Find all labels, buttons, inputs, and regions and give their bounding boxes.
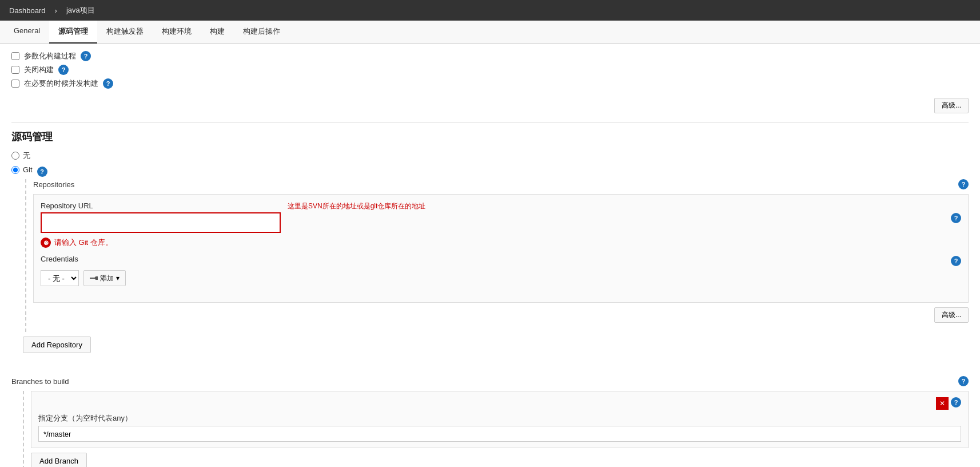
radio-git-row: Git <box>11 165 33 174</box>
add-repository-button[interactable]: Add Repository <box>23 337 91 353</box>
checkbox-concurrent[interactable] <box>11 80 19 88</box>
advanced-btn-row: 高级... <box>11 98 969 113</box>
help-icon-repositories[interactable]: ? <box>958 179 969 189</box>
breadcrumb-separator: › <box>55 6 57 15</box>
help-icon-parameterize[interactable]: ? <box>81 51 91 61</box>
add-branch-button[interactable]: Add Branch <box>31 453 87 467</box>
branch-block: ✕ ? 指定分支（为空时代表any） <box>31 391 969 448</box>
radio-none-label: 无 <box>23 151 30 161</box>
checkbox-disable[interactable] <box>11 66 19 74</box>
checkbox-parameterize-label: 参数化构建过程 <box>24 51 76 61</box>
radio-git-label: Git <box>23 165 33 174</box>
help-icon-repo-url[interactable]: ? <box>951 213 961 223</box>
section-title-source: 源码管理 <box>11 130 969 144</box>
credentials-row: - 无 - 添加 ▾ <box>41 270 961 286</box>
credentials-label: Credentials <box>41 255 78 263</box>
checkbox-disable-label: 关闭构建 <box>24 65 54 75</box>
key-icon <box>90 275 98 281</box>
error-message-text: 请输入 Git 仓库。 <box>54 238 113 248</box>
dashboard-link[interactable]: Dashboard <box>9 6 46 15</box>
help-icon-concurrent[interactable]: ? <box>103 78 113 89</box>
repo-url-row: Repository URL 这里是SVN所在的地址或是git仓库所在的地址 ? <box>41 201 961 233</box>
help-icon-disable[interactable]: ? <box>58 65 69 75</box>
repo-url-input[interactable] <box>41 212 281 233</box>
advanced-btn-row-2: 高级... <box>33 307 969 323</box>
error-message-row: ⊗ 请输入 Git 仓库。 <box>41 238 961 248</box>
checkbox-disable-row: 关闭构建 ? <box>11 65 969 75</box>
tab-source[interactable]: 源码管理 <box>49 21 97 43</box>
branches-to-build-label: Branches to build <box>11 377 69 386</box>
section-divider-1 <box>11 122 969 123</box>
credentials-select[interactable]: - 无 - <box>41 270 79 286</box>
help-icon-branch-row[interactable]: ? <box>951 397 961 407</box>
repositories-label: Repositories <box>33 180 74 189</box>
tab-post-build[interactable]: 构建后操作 <box>234 21 289 43</box>
error-icon: ⊗ <box>41 238 51 248</box>
help-icon-credentials[interactable]: ? <box>951 256 961 266</box>
checkbox-section: 参数化构建过程 ? 关闭构建 ? 在必要的时候并发构建 ? <box>11 51 969 89</box>
content-area: 参数化构建过程 ? 关闭构建 ? 在必要的时候并发构建 ? 高级... 源码管理… <box>0 44 980 467</box>
top-nav: Dashboard › java项目 <box>0 0 980 21</box>
advanced-button-repo[interactable]: 高级... <box>934 307 969 323</box>
tab-build[interactable]: 构建 <box>201 21 234 43</box>
delete-branch-button[interactable]: ✕ <box>936 397 949 410</box>
checkbox-concurrent-label: 在必要的时候并发构建 <box>24 78 98 89</box>
branches-section: Branches to build ? ✕ ? 指定分支（为空时代表any） A… <box>11 376 969 467</box>
repo-url-label: Repository URL <box>41 201 281 210</box>
help-icon-git[interactable]: ? <box>37 167 47 177</box>
checkbox-parameterize[interactable] <box>11 52 19 60</box>
checkbox-parameterize-row: 参数化构建过程 ? <box>11 51 969 61</box>
branch-field-label: 指定分支（为空时代表any） <box>38 413 961 424</box>
radio-none-row: 无 <box>11 151 969 161</box>
help-icon-branches[interactable]: ? <box>958 376 969 386</box>
checkbox-concurrent-row: 在必要的时候并发构建 ? <box>11 78 969 89</box>
repo-url-hint: 这里是SVN所在的地址或是git仓库所在的地址 <box>288 202 425 210</box>
add-credentials-button[interactable]: 添加 ▾ <box>83 270 126 286</box>
project-link[interactable]: java项目 <box>66 5 95 15</box>
credentials-section: Credentials ? - 无 - 添加 ▾ <box>41 255 961 286</box>
add-credentials-arrow: ▾ <box>116 274 119 282</box>
tab-general[interactable]: General <box>5 21 49 43</box>
advanced-button-top[interactable]: 高级... <box>934 98 969 113</box>
tab-bar: General 源码管理 构建触发器 构建环境 构建 构建后操作 <box>0 21 980 44</box>
add-credentials-label: 添加 <box>100 274 114 283</box>
radio-git[interactable] <box>11 166 19 174</box>
tab-trigger[interactable]: 构建触发器 <box>97 21 153 43</box>
branch-input[interactable] <box>38 426 961 442</box>
radio-none[interactable] <box>11 152 19 160</box>
repo-block: Repository URL 这里是SVN所在的地址或是git仓库所在的地址 ?… <box>33 194 969 303</box>
tab-env[interactable]: 构建环境 <box>153 21 201 43</box>
